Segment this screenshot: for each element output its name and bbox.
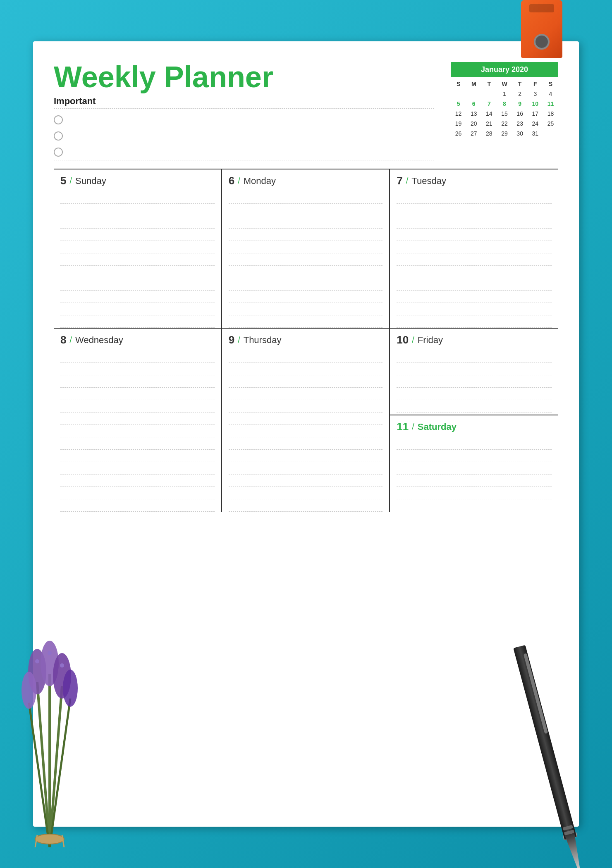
day-line[interactable] [60,253,215,266]
day-line[interactable] [60,315,215,328]
day-line[interactable] [60,375,215,388]
day-line[interactable] [397,229,552,241]
day-line[interactable] [229,278,383,291]
day-line[interactable] [397,400,552,413]
day-line[interactable] [60,204,215,216]
lavender-decoration [0,599,116,847]
day-line[interactable] [229,363,383,375]
day-line[interactable] [397,278,552,291]
day-line[interactable] [229,388,383,400]
monday-slash: / [238,176,240,186]
sunday-slash: / [69,176,72,186]
todo-circle-1[interactable] [54,115,63,124]
todo-circle-3[interactable] [54,148,63,157]
day-line[interactable] [397,191,552,204]
day-line[interactable] [60,278,215,291]
day-line[interactable] [229,499,383,512]
day-line[interactable] [60,229,215,241]
calendar-header: January 2020 [451,62,558,77]
day-line[interactable] [60,499,215,512]
sunday-name: Sunday [75,176,106,186]
day-line[interactable] [60,400,215,413]
day-line[interactable] [229,400,383,413]
day-line[interactable] [60,450,215,462]
day-line[interactable] [229,351,383,363]
day-line[interactable] [397,266,552,278]
day-line[interactable] [60,487,215,499]
day-line[interactable] [60,437,215,450]
day-line[interactable] [229,191,383,204]
day-line[interactable] [229,475,383,487]
todo-item-3[interactable] [54,144,434,160]
day-line[interactable] [60,475,215,487]
day-line[interactable] [229,437,383,450]
day-line[interactable] [397,253,552,266]
day-line[interactable] [397,487,552,499]
cal-cell: 26 [451,129,466,138]
day-cell-monday: 6 / Monday [222,169,390,328]
wednesday-slash: / [69,335,72,345]
day-line[interactable] [60,351,215,363]
day-line[interactable] [229,487,383,499]
day-cell-friday-saturday: 10 / Friday 11 / Saturday [390,329,558,512]
day-line[interactable] [229,315,383,328]
day-line[interactable] [397,475,552,487]
day-line[interactable] [60,241,215,253]
cal-cell: 28 [481,129,497,138]
day-line[interactable] [397,437,552,450]
day-line[interactable] [229,204,383,216]
day-line[interactable] [60,291,215,303]
day-line[interactable] [397,315,552,328]
day-line[interactable] [229,413,383,425]
day-line[interactable] [397,291,552,303]
cal-cell: 16 [512,109,528,119]
day-line[interactable] [60,388,215,400]
day-line[interactable] [229,450,383,462]
day-line[interactable] [397,303,552,315]
cal-cell: 6 [466,99,481,109]
day-line[interactable] [229,303,383,315]
cal-cell: 2 [512,89,528,99]
day-line[interactable] [60,425,215,437]
day-line[interactable] [397,450,552,462]
cal-cell [481,89,497,99]
wednesday-lines [60,351,215,512]
day-line[interactable] [397,363,552,375]
day-line[interactable] [229,266,383,278]
todo-item-1[interactable] [54,112,434,128]
day-line[interactable] [397,241,552,253]
day-line[interactable] [60,191,215,204]
cal-cell: 27 [466,129,481,138]
day-line[interactable] [60,216,215,229]
day-line[interactable] [397,216,552,229]
day-line[interactable] [60,266,215,278]
day-line[interactable] [60,303,215,315]
thursday-slash: / [238,335,240,345]
todo-circle-2[interactable] [54,131,63,141]
day-line[interactable] [60,413,215,425]
day-line[interactable] [397,351,552,363]
cal-cell: 13 [466,109,481,119]
day-line[interactable] [60,462,215,475]
day-line[interactable] [229,375,383,388]
friday-header: 10 / Friday [397,334,552,346]
todo-item-2[interactable] [54,128,434,144]
day-line[interactable] [397,204,552,216]
day-line[interactable] [397,375,552,388]
svg-point-12 [60,663,64,668]
important-label: Important [54,96,434,109]
day-line[interactable] [229,216,383,229]
day-line[interactable] [229,229,383,241]
cal-cell: 23 [512,119,528,129]
day-line[interactable] [229,253,383,266]
monday-number: 6 [229,174,234,187]
day-line[interactable] [229,291,383,303]
cal-cell: 19 [451,119,466,129]
friday-number: 10 [397,334,409,346]
day-line[interactable] [397,388,552,400]
day-line[interactable] [397,462,552,475]
day-line[interactable] [229,462,383,475]
day-line[interactable] [60,363,215,375]
day-line[interactable] [229,241,383,253]
day-line[interactable] [229,425,383,437]
